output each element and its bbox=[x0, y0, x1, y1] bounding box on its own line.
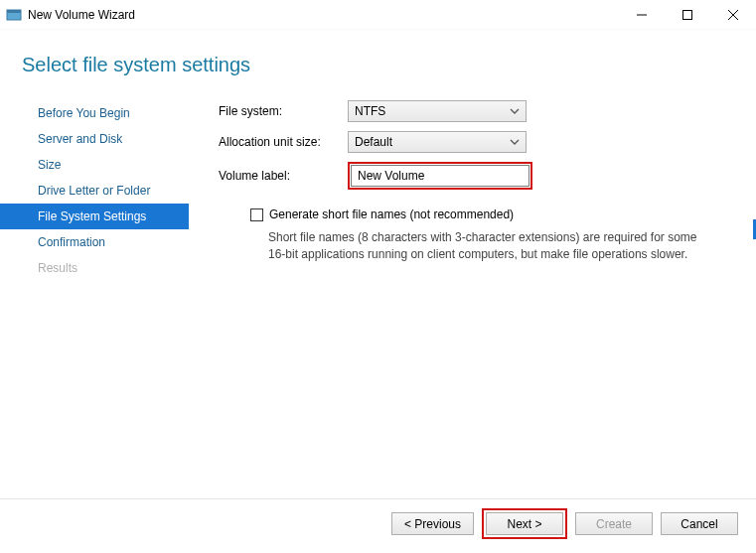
chevron-down-icon bbox=[510, 105, 520, 115]
chevron-down-icon bbox=[510, 136, 520, 146]
sidebar-item-size[interactable]: Size bbox=[0, 152, 189, 178]
titlebar: New Volume Wizard bbox=[0, 0, 756, 30]
footer-divider bbox=[0, 498, 756, 499]
sidebar-item-confirmation[interactable]: Confirmation bbox=[0, 229, 189, 255]
sidebar-item-drive-letter[interactable]: Drive Letter or Folder bbox=[0, 178, 189, 204]
close-button[interactable] bbox=[710, 0, 756, 30]
svg-rect-3 bbox=[683, 10, 692, 19]
app-icon bbox=[6, 7, 22, 23]
cancel-button[interactable]: Cancel bbox=[661, 512, 738, 535]
create-button: Create bbox=[575, 512, 653, 535]
sidebar-item-server-and-disk[interactable]: Server and Disk bbox=[0, 126, 189, 152]
footer-buttons: < Previous Next > Create Cancel bbox=[391, 508, 738, 539]
short-filenames-label: Generate short file names (not recommend… bbox=[269, 207, 514, 221]
file-system-value: NTFS bbox=[355, 104, 385, 118]
sidebar-item-file-system-settings[interactable]: File System Settings bbox=[0, 204, 189, 229]
allocation-unit-combo[interactable]: Default bbox=[348, 131, 527, 153]
maximize-button[interactable] bbox=[665, 0, 710, 30]
next-button[interactable]: Next > bbox=[486, 512, 563, 535]
sidebar-item-before-you-begin[interactable]: Before You Begin bbox=[0, 100, 189, 126]
main-panel: File system: NTFS Allocation unit size: … bbox=[189, 100, 756, 492]
file-system-combo[interactable]: NTFS bbox=[348, 100, 527, 122]
volume-label-input[interactable] bbox=[351, 165, 529, 187]
minimize-button[interactable] bbox=[619, 0, 665, 30]
short-filenames-help: Short file names (8 characters with 3-ch… bbox=[268, 229, 708, 264]
file-system-label: File system: bbox=[219, 104, 348, 118]
allocation-unit-label: Allocation unit size: bbox=[219, 135, 348, 149]
short-filenames-checkbox[interactable] bbox=[250, 208, 263, 221]
volume-label-label: Volume label: bbox=[219, 169, 348, 183]
sidebar-item-results: Results bbox=[0, 255, 189, 281]
page-heading: Select file system settings bbox=[0, 30, 756, 100]
next-button-highlight: Next > bbox=[482, 508, 567, 539]
wizard-sidebar: Before You Begin Server and Disk Size Dr… bbox=[0, 100, 189, 492]
window-title: New Volume Wizard bbox=[28, 8, 619, 22]
previous-button[interactable]: < Previous bbox=[391, 512, 474, 535]
volume-label-highlight bbox=[348, 162, 532, 190]
allocation-unit-value: Default bbox=[355, 135, 392, 149]
svg-rect-1 bbox=[7, 10, 21, 13]
